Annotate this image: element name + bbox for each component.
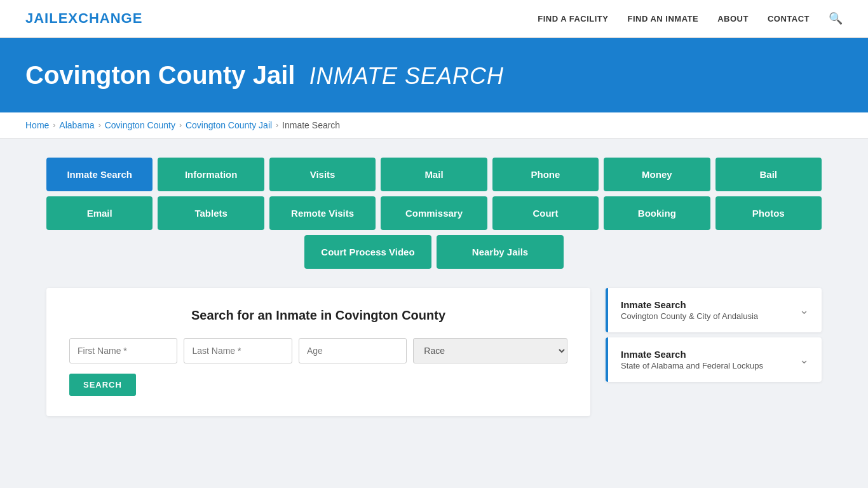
nav-contact[interactable]: CONTACT	[768, 14, 810, 24]
first-name-input[interactable]	[69, 338, 177, 363]
sidebar-item-1-text: Inmate Search Covington County & City of…	[621, 299, 758, 321]
sidebar-item-1-title: Inmate Search	[621, 299, 758, 310]
sidebar-item-2-text: Inmate Search State of Alabama and Feder…	[621, 349, 763, 370]
sidebar-item-2-title: Inmate Search	[621, 349, 763, 360]
hero-title: Covington County Jail INMATE SEARCH	[25, 61, 843, 90]
chevron-down-icon-1: ⌄	[799, 303, 809, 317]
last-name-input[interactable]	[184, 338, 292, 363]
race-select[interactable]: Race White Black Hispanic Asian Other	[413, 338, 567, 363]
hero-banner: Covington County Jail INMATE SEARCH	[0, 38, 868, 112]
breadcrumb-current: Inmate Search	[282, 120, 340, 130]
sidebar: Inmate Search Covington County & City of…	[606, 288, 822, 387]
sidebar-item-1[interactable]: Inmate Search Covington County & City of…	[606, 288, 822, 332]
search-icon[interactable]: 🔍	[829, 12, 843, 25]
breadcrumb-sep-4: ›	[276, 121, 278, 130]
navbar: JAILEXCHANGE FIND A FACILITY FIND AN INM…	[0, 0, 868, 38]
breadcrumb-home[interactable]: Home	[25, 120, 49, 130]
nav-about[interactable]: ABOUT	[717, 14, 749, 24]
btn-tablets[interactable]: Tablets	[158, 196, 264, 230]
btn-commissary[interactable]: Commissary	[381, 196, 487, 230]
btn-mail[interactable]: Mail	[381, 158, 487, 191]
sidebar-item-2-subtitle: State of Alabama and Federal Lockups	[621, 361, 763, 370]
search-form-row: Race White Black Hispanic Asian Other	[69, 338, 567, 363]
nav-row-1: Inmate Search Information Visits Mail Ph…	[46, 158, 822, 191]
btn-inmate-search[interactable]: Inmate Search	[46, 158, 153, 191]
btn-nearby-jails[interactable]: Nearby Jails	[437, 235, 564, 269]
search-card-title: Search for an Inmate in Covington County	[69, 308, 567, 323]
breadcrumb-alabama[interactable]: Alabama	[59, 120, 94, 130]
btn-bail[interactable]: Bail	[715, 158, 822, 191]
sidebar-item-1-subtitle: Covington County & City of Andalusia	[621, 311, 758, 321]
btn-booking[interactable]: Booking	[604, 196, 710, 230]
content-area: Search for an Inmate in Covington County…	[46, 288, 822, 416]
site-logo[interactable]: JAILEXCHANGE	[25, 10, 142, 27]
sidebar-item-2[interactable]: Inmate Search State of Alabama and Feder…	[606, 337, 822, 382]
breadcrumb-sep-1: ›	[53, 121, 55, 130]
btn-email[interactable]: Email	[46, 196, 153, 230]
btn-photos[interactable]: Photos	[715, 196, 822, 230]
sidebar-card-2: Inmate Search State of Alabama and Feder…	[606, 337, 822, 382]
logo-jail: JAIL	[25, 10, 58, 26]
nav-button-grid: Inmate Search Information Visits Mail Ph…	[46, 158, 822, 269]
btn-visits[interactable]: Visits	[269, 158, 376, 191]
logo-exchange: EXCHANGE	[58, 10, 143, 26]
nav-row-3: Court Process Video Nearby Jails	[46, 235, 822, 269]
breadcrumb: Home › Alabama › Covington County › Covi…	[25, 120, 843, 130]
btn-court[interactable]: Court	[492, 196, 599, 230]
breadcrumb-covington[interactable]: Covington County	[105, 120, 175, 130]
btn-court-video[interactable]: Court Process Video	[304, 235, 431, 269]
nav-find-facility[interactable]: FIND A FACILITY	[538, 14, 608, 24]
btn-information[interactable]: Information	[158, 158, 264, 191]
main-content: Inmate Search Information Visits Mail Ph…	[21, 139, 847, 435]
breadcrumb-jail[interactable]: Covington County Jail	[186, 120, 272, 130]
btn-money[interactable]: Money	[604, 158, 710, 191]
breadcrumb-sep-3: ›	[179, 121, 182, 130]
chevron-down-icon-2: ⌄	[799, 353, 809, 367]
nav-find-inmate[interactable]: FIND AN INMATE	[627, 14, 698, 24]
breadcrumb-sep-2: ›	[98, 121, 101, 130]
search-card: Search for an Inmate in Covington County…	[46, 288, 590, 416]
age-input[interactable]	[299, 338, 407, 363]
search-button[interactable]: SEARCH	[69, 374, 136, 396]
nav-row-2: Email Tablets Remote Visits Commissary C…	[46, 196, 822, 230]
breadcrumb-wrap: Home › Alabama › Covington County › Covi…	[0, 112, 868, 139]
sidebar-card-1: Inmate Search Covington County & City of…	[606, 288, 822, 332]
btn-remote-visits[interactable]: Remote Visits	[269, 196, 376, 230]
btn-phone[interactable]: Phone	[492, 158, 599, 191]
nav-links: FIND A FACILITY FIND AN INMATE ABOUT CON…	[538, 11, 843, 25]
